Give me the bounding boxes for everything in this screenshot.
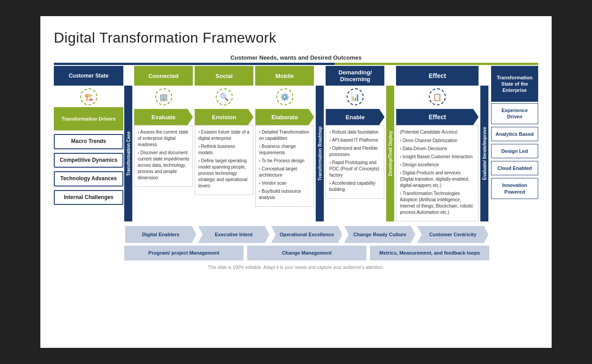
arrow-operational-excellence: Operational Excellence — [271, 226, 343, 243]
effect-header: Effect — [396, 66, 479, 86]
customer-needs-label: Customer Needs, wants and Desired Outcom… — [54, 54, 538, 61]
bottom-box-change: Change Management — [247, 246, 366, 260]
transformation-case-label: Transformation Case — [125, 129, 132, 178]
list-item: Discover and document current state impe… — [138, 150, 189, 181]
list-item: Vendor scan — [259, 180, 310, 186]
list-item: Rethink business models — [198, 143, 250, 156]
list-item: To be Process design — [259, 158, 310, 164]
list-item: Detailed Transformation on capabilities — [259, 129, 310, 142]
transformation-drivers-icon: 🏗️ — [80, 88, 97, 105]
bottom-boxes-row: Program/ project Management Change Manag… — [124, 246, 489, 260]
list-item: Optimized and Flexible processes — [329, 145, 381, 158]
connected-icon-area: 🏢 — [134, 86, 193, 109]
transformation-drivers-box: Transformation Drivers — [54, 107, 123, 130]
phase-effect: Effect 📋 Effect (Potential Candidate Acc… — [396, 66, 479, 221]
footer-note: This slide is 100% editable. Adapt it to… — [54, 265, 538, 270]
list-item: Data-Driven Decisions — [400, 146, 475, 152]
phase-demanding: Demanding/ Discerning 📊 Enable Robust da… — [326, 66, 384, 199]
connected-icon: 🏢 — [155, 88, 172, 105]
list-item: Transformation Technologies Adoption (Ar… — [400, 191, 475, 216]
connected-content: Assess the current state of enterprise d… — [134, 125, 193, 187]
phase-social: Social 🔍 Envision Evasion future state o… — [195, 66, 253, 195]
phase-connected: Connected 🏢 Evaluate Assess the current … — [134, 66, 193, 187]
list-item: Assess the current state of enterprise d… — [138, 129, 189, 148]
right-item-cloud: Cloud Enabled — [491, 161, 538, 175]
driver-box-competitive: Competitive Dynamics — [54, 153, 123, 168]
bottom-section: Digital Enablers Executive Intent Operat… — [54, 226, 538, 260]
list-item: Buy/build outsource analysis — [259, 188, 310, 201]
list-item: Design excellence — [400, 162, 475, 168]
list-item: Evasion future state of a digital enterp… — [198, 129, 250, 142]
effect-content: (Potential Candidate Access) Omni Channe… — [396, 125, 479, 221]
bottom-arrows-row: Digital Enablers Executive Intent Operat… — [124, 226, 489, 243]
slide: Digital Transformation Framework Custome… — [40, 16, 552, 348]
right-item-design: Design Led — [491, 144, 538, 158]
demanding-icon: 📊 — [347, 88, 364, 105]
right-item-innovation: Innovation Powered — [491, 178, 538, 199]
demanding-icon-area: 📊 — [326, 86, 384, 109]
page-title: Digital Transformation Framework — [54, 30, 538, 46]
connected-header: Connected — [134, 66, 193, 86]
mobile-icon: ⚙️ — [276, 88, 293, 105]
mobile-icon-area: ⚙️ — [255, 86, 314, 109]
driver-box-technology: Technology Advances — [54, 171, 123, 186]
social-header: Social — [195, 66, 253, 86]
right-item-experience: Experience Driven — [491, 103, 538, 124]
list-item: Rapid Prototyping and POC (Proof of Conc… — [329, 160, 381, 178]
list-item: Omni Channel Optimization — [400, 138, 475, 144]
arrow-change-ready: Change Ready Culture — [344, 226, 415, 243]
list-item: Conceptual target architecture — [259, 166, 310, 178]
list-item: API-based IT Platforms — [329, 137, 381, 143]
right-column: Transformation State of the Enterprise E… — [491, 66, 538, 200]
customer-state-header: Customer State — [54, 66, 123, 86]
driver-box-macro: Macro Trends — [54, 134, 123, 149]
list-item: Insight Based Customer Interaction — [400, 154, 475, 160]
demanding-content: Robust data foundation API-based IT Plat… — [326, 125, 384, 199]
transformation-state-header: Transformation State of the Enterprise — [491, 66, 538, 102]
social-content: Evasion future state of a digital enterp… — [195, 125, 253, 195]
elaborate-arrow: Elaborate — [255, 109, 314, 125]
list-item: Define target operating model spanning p… — [198, 158, 250, 189]
bottom-box-program: Program/ project Management — [124, 246, 244, 260]
mobile-header: Mobile — [255, 66, 314, 86]
enable-arrow: Enable — [326, 109, 384, 125]
phase-mobile: Mobile ⚙️ Elaborate Detailed Transformat… — [255, 66, 314, 207]
mobile-content: Detailed Transformation on capabilities … — [255, 125, 314, 207]
develop-bar: Develop/Test/ Deploy — [386, 86, 394, 221]
list-item: Business change requirements — [259, 143, 310, 156]
transformation-roadmap-bar: Transformation Roadmap — [316, 86, 324, 221]
list-item: Digital-Products and services (Digital t… — [400, 170, 475, 189]
develop-label: Develop/Test/ Deploy — [387, 128, 394, 178]
effect-icon: 📋 — [429, 88, 446, 105]
list-item: Robust data foundation — [329, 129, 381, 135]
social-icon: 🔍 — [216, 88, 233, 105]
envision-arrow: Envision — [195, 109, 253, 125]
arrow-executive-intent: Executive Intent — [198, 226, 270, 243]
left-column: Customer State 🏗️ Transformation Drivers… — [54, 66, 123, 207]
arrow-digital-enablers: Digital Enablers — [125, 226, 196, 243]
right-item-analytics: Analytics Based — [491, 127, 538, 141]
transformation-case-bar: Transformation Case — [124, 86, 132, 221]
list-item: Accelerated capability building — [329, 180, 381, 193]
driver-box-internal: Internal Challenges — [54, 190, 123, 205]
evaluate-bar: Evaluate/ Iterate/Improve — [480, 86, 488, 221]
evaluate-label: Evaluate/ Iterate/Improve — [481, 124, 488, 182]
transformation-roadmap-label: Transformation Roadmap — [316, 124, 324, 183]
effect-arrow: Effect — [396, 109, 479, 125]
evaluate-arrow: Evaluate — [134, 109, 193, 125]
bottom-box-metrics: Metrics, Measurement, and feedback loops — [370, 246, 489, 260]
social-icon-area: 🔍 — [195, 86, 253, 109]
demanding-header: Demanding/ Discerning — [326, 66, 384, 86]
effect-icon-area: 📋 — [396, 86, 479, 109]
potential-label: (Potential Candidate Access) — [400, 129, 475, 135]
arrow-customer-centricity: Customer Centricity — [417, 226, 488, 243]
